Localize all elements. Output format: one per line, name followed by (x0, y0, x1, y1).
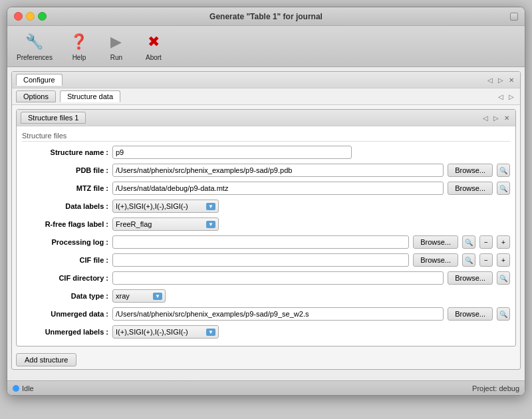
configure-close[interactable]: ✕ (507, 76, 516, 84)
maximize-button[interactable] (38, 12, 47, 21)
mtz-file-input[interactable] (112, 182, 444, 195)
configure-nav: ◁ ▷ ✕ (485, 76, 516, 84)
pdb-search-icon[interactable]: 🔍 (497, 164, 510, 177)
cif-file-row: CIF file : Browse... 🔍 − + (22, 253, 510, 267)
cif-file-input[interactable] (112, 253, 409, 267)
abort-button[interactable]: ✖ Abort (140, 30, 167, 63)
unmerged-labels-value: I(+),SIGI(+),I(-),SIGI(-) (116, 328, 188, 336)
data-labels-select[interactable]: I(+),SIGI(+),I(-),SIGI(-) ▼ (112, 200, 219, 213)
cif-plus-button[interactable]: + (497, 253, 510, 267)
data-labels-label: Data labels : (22, 202, 108, 210)
configure-panel-header: Configure ◁ ▷ ✕ (12, 72, 520, 88)
section-title: Structure files (22, 129, 510, 142)
help-label: Help (72, 54, 86, 61)
mtz-file-row: MTZ file : Browse... 🔍 (22, 182, 510, 195)
minimize-button[interactable] (26, 12, 35, 21)
structure-files-content: Structure files Structure name : PDB fil… (17, 126, 515, 346)
proc-search-icon[interactable]: 🔍 (462, 235, 475, 249)
abort-icon: ✖ (143, 31, 164, 53)
data-labels-value: I(+),SIGI(+),I(-),SIGI(-) (116, 202, 188, 210)
preferences-button[interactable]: 🔧 Preferences (14, 30, 55, 63)
cifdir-browse-button[interactable]: Browse... (448, 271, 493, 285)
structure-files-tab[interactable]: Structure files 1 (21, 112, 86, 124)
configure-panel: Configure ◁ ▷ ✕ Options Structure data ◁… (11, 71, 521, 370)
abort-label: Abort (146, 54, 162, 61)
structure-files-header: Structure files 1 ◁ ▷ ✕ (17, 110, 515, 126)
structure-name-input[interactable] (112, 146, 352, 159)
mtz-browse-button[interactable]: Browse... (448, 182, 493, 195)
toolbar: 🔧 Preferences ❓ Help ▶ Run ✖ Abort (7, 26, 525, 67)
data-type-arrow: ▼ (153, 293, 162, 300)
preferences-label: Preferences (17, 54, 53, 61)
struct-nav-left[interactable]: ◁ (481, 114, 490, 122)
status-section: Idle (13, 384, 34, 392)
run-button[interactable]: ▶ Run (103, 30, 130, 63)
cif-dir-input[interactable] (112, 271, 444, 285)
configure-tab[interactable]: Configure (16, 74, 63, 86)
rfree-arrow: ▼ (206, 221, 215, 228)
close-button[interactable] (14, 12, 23, 21)
structure-files-nav: ◁ ▷ ✕ (481, 114, 511, 122)
main-window: Generate "Table 1" for journal 🔧 Prefere… (7, 7, 525, 396)
cif-file-label: CIF file : (22, 256, 108, 264)
proc-plus-button[interactable]: + (497, 235, 510, 249)
data-type-label: Data type : (22, 292, 108, 300)
unmerged-labels-arrow: ▼ (206, 329, 215, 336)
subtabs-nav-left[interactable]: ◁ (496, 92, 505, 101)
structure-data-tab[interactable]: Structure data (60, 90, 120, 102)
run-label: Run (110, 54, 122, 61)
structure-name-row: Structure name : (22, 146, 510, 159)
pdb-file-input[interactable] (112, 164, 444, 177)
cif-search-icon[interactable]: 🔍 (462, 253, 475, 267)
mtz-file-label: MTZ file : (22, 184, 108, 192)
cif-browse-button[interactable]: Browse... (413, 253, 458, 267)
data-type-row: Data type : xray ▼ (22, 289, 510, 303)
data-labels-row: Data labels : I(+),SIGI(+),I(-),SIGI(-) … (22, 200, 510, 213)
titlebar: Generate "Table 1" for journal (7, 7, 525, 26)
unmerged-data-input[interactable] (112, 307, 444, 321)
content-area: Configure ◁ ▷ ✕ Options Structure data ◁… (7, 67, 525, 376)
data-type-select[interactable]: xray ▼ (112, 289, 166, 303)
rfree-row: R-free flags label : FreeR_flag ▼ (22, 217, 510, 231)
mtz-search-icon[interactable]: 🔍 (497, 182, 510, 195)
configure-nav-left[interactable]: ◁ (485, 76, 495, 84)
cif-minus-button[interactable]: − (479, 253, 493, 267)
struct-close[interactable]: ✕ (502, 114, 511, 122)
proc-minus-button[interactable]: − (479, 235, 493, 249)
preferences-icon: 🔧 (24, 31, 45, 53)
unmerged-labels-select[interactable]: I(+),SIGI(+),I(-),SIGI(-) ▼ (112, 325, 219, 339)
help-button[interactable]: ❓ Help (66, 30, 92, 63)
processing-log-input[interactable] (112, 235, 409, 249)
add-structure-button[interactable]: Add structure (16, 353, 76, 366)
subtabs-nav: ◁ ▷ (496, 92, 516, 101)
cifdir-search-icon[interactable]: 🔍 (497, 271, 510, 285)
statusbar: Idle Project: debug (7, 380, 525, 395)
subtabs-header: Options Structure data ◁ ▷ (12, 88, 520, 105)
run-icon: ▶ (106, 31, 127, 53)
unmerged-labels-label: Unmerged labels : (22, 328, 108, 336)
cif-dir-row: CIF directory : Browse... 🔍 (22, 271, 510, 285)
unmerged-data-label: Unmerged data : (22, 310, 108, 318)
structure-files-panel: Structure files 1 ◁ ▷ ✕ Structure files … (16, 109, 516, 347)
resize-button[interactable] (510, 13, 518, 21)
struct-nav-right[interactable]: ▷ (491, 114, 501, 122)
options-tab[interactable]: Options (16, 90, 56, 102)
project-text: Project: debug (472, 384, 519, 392)
unmerged-browse-button[interactable]: Browse... (448, 307, 493, 321)
status-indicator (13, 385, 19, 392)
rfree-value: FreeR_flag (116, 220, 152, 228)
subtabs-nav-right[interactable]: ▷ (507, 92, 516, 101)
rfree-select[interactable]: FreeR_flag ▼ (112, 217, 219, 231)
unmerged-labels-row: Unmerged labels : I(+),SIGI(+),I(-),SIGI… (22, 325, 510, 339)
proc-browse-button[interactable]: Browse... (413, 235, 458, 249)
status-text: Idle (22, 384, 34, 392)
rfree-label: R-free flags label : (22, 220, 108, 228)
unmerged-search-icon[interactable]: 🔍 (497, 307, 510, 321)
processing-log-row: Processing log : Browse... 🔍 − + (22, 235, 510, 249)
cif-dir-label: CIF directory : (22, 274, 108, 282)
data-labels-arrow: ▼ (206, 203, 215, 210)
pdb-file-label: PDB file : (22, 166, 108, 174)
pdb-browse-button[interactable]: Browse... (448, 164, 493, 177)
configure-nav-right[interactable]: ▷ (496, 76, 505, 84)
processing-log-label: Processing log : (22, 238, 108, 246)
